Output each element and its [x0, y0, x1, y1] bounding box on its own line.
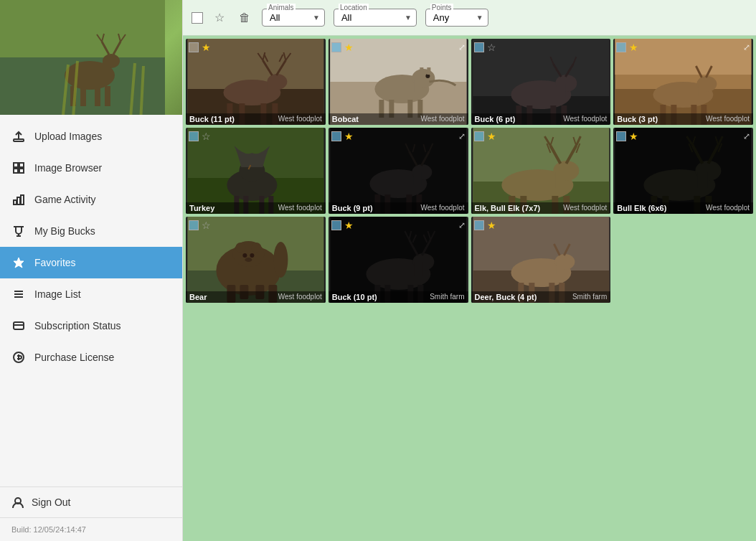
svg-rect-63: [427, 67, 430, 75]
card-overlay: ★: [186, 39, 326, 56]
svg-rect-60: [414, 80, 422, 92]
expand-icon[interactable]: ⤢: [458, 220, 466, 230]
points-filter-select[interactable]: Any 3+ 6+ 8+ 10+: [430, 11, 473, 24]
card-star[interactable]: ★: [344, 42, 354, 53]
svg-rect-183: [556, 262, 564, 274]
card-checkbox[interactable]: [616, 42, 626, 52]
card-star[interactable]: ★: [202, 42, 211, 53]
image-card[interactable]: ☆ Bear West foodplot: [186, 217, 326, 303]
card-location: West foodplot: [563, 115, 607, 123]
star-toolbar-button[interactable]: ☆: [212, 9, 227, 26]
sidebar-item-purchase-license-label: Purchase License: [34, 352, 114, 363]
card-location: West foodplot: [563, 204, 607, 212]
animals-filter: Animals All Buck Doe Bear Turkey Bobcat …: [262, 9, 325, 27]
card-footer: Buck (6 pt) West foodplot: [471, 113, 611, 125]
card-checkbox[interactable]: [474, 220, 484, 230]
svg-rect-25: [17, 197, 20, 204]
sidebar-item-upload-images[interactable]: Upload Images: [0, 121, 182, 152]
card-location: Smith farm: [572, 293, 607, 301]
card-icon: [11, 319, 26, 333]
card-checkbox[interactable]: [616, 131, 626, 141]
sidebar-item-purchase-license[interactable]: Purchase License: [0, 342, 182, 373]
image-card[interactable]: ★ Deer, Buck (4 pt) Smith farm: [471, 217, 611, 303]
image-card[interactable]: ☆ Buck (6 pt) West foodplot: [471, 39, 611, 125]
expand-icon[interactable]: ⤢: [743, 42, 750, 52]
svg-point-156: [250, 253, 254, 258]
expand-icon[interactable]: ⤢: [458, 131, 466, 141]
card-star[interactable]: ★: [629, 131, 638, 142]
delete-toolbar-button[interactable]: 🗑: [236, 10, 253, 26]
sidebar-item-image-browser-label: Image Browser: [34, 162, 102, 174]
card-checkbox[interactable]: [331, 131, 341, 141]
sidebar-item-subscription-status[interactable]: Subscription Status: [0, 310, 182, 342]
card-overlay: ☆: [186, 217, 326, 234]
card-overlay: ★ ⤢: [329, 39, 468, 56]
location-filter-select[interactable]: All West foodplot Smith farm North stand: [339, 11, 402, 24]
animals-filter-select[interactable]: All Buck Doe Bear Turkey Bobcat Elk: [267, 11, 310, 24]
svg-rect-19: [14, 139, 24, 141]
card-star[interactable]: ★: [344, 220, 354, 231]
card-animal-name: Buck (10 pt): [332, 293, 377, 301]
card-star[interactable]: ★: [487, 220, 496, 231]
card-location: West foodplot: [421, 115, 465, 123]
card-star[interactable]: ★: [629, 42, 638, 53]
points-filter: Points Any 3+ 6+ 8+ 10+ ▼: [425, 9, 488, 27]
card-checkbox[interactable]: [331, 220, 341, 230]
image-card[interactable]: ★ ⤢ Buck (9 pt) West foodplot: [329, 128, 468, 214]
card-checkbox[interactable]: [474, 42, 484, 52]
sidebar-item-image-browser[interactable]: Image Browser: [0, 152, 182, 184]
card-overlay: ★ ⤢: [329, 217, 468, 234]
svg-rect-26: [21, 195, 24, 204]
svg-rect-20: [14, 163, 18, 167]
image-card[interactable]: ★ ⤢ Bull Elk (6x6) West foodplot: [613, 128, 753, 214]
card-footer: Buck (3 pt) West foodplot: [613, 113, 753, 125]
svg-rect-105: [413, 172, 421, 185]
expand-icon[interactable]: ⤢: [458, 42, 466, 52]
card-overlay: ★: [471, 128, 611, 145]
svg-rect-24: [14, 200, 16, 204]
card-checkbox[interactable]: [474, 131, 484, 141]
sidebar-item-game-activity[interactable]: Game Activity: [0, 184, 182, 215]
dollar-icon: [11, 350, 26, 364]
image-card[interactable]: ☆ Turkey West foodplot: [186, 128, 326, 214]
card-star[interactable]: ★: [344, 131, 354, 142]
sidebar-item-my-big-bucks[interactable]: My Big Bucks: [0, 215, 182, 247]
card-checkbox[interactable]: [189, 42, 199, 52]
card-star[interactable]: ★: [487, 131, 496, 142]
card-animal-name: Elk, Bull Elk (7x7): [475, 204, 541, 212]
card-location: West foodplot: [421, 204, 465, 212]
sidebar-item-game-activity-label: Game Activity: [34, 194, 96, 205]
expand-icon[interactable]: ⤢: [743, 131, 750, 141]
card-star[interactable]: ☆: [202, 220, 211, 231]
svg-rect-21: [19, 163, 24, 167]
card-checkbox[interactable]: [189, 220, 199, 230]
card-footer: Bull Elk (6x6) West foodplot: [613, 202, 753, 214]
card-overlay: ★ ⤢: [613, 128, 753, 145]
star-icon: [11, 255, 26, 270]
image-card[interactable]: ★ ⤢ Bobcat West foodplot: [329, 39, 468, 125]
card-animal-name: Buck (11 pt): [189, 115, 235, 123]
svg-rect-72: [557, 84, 565, 97]
select-all-checkbox[interactable]: [192, 12, 203, 24]
card-checkbox[interactable]: [189, 131, 199, 141]
sidebar-item-image-list[interactable]: Image List: [0, 278, 182, 310]
card-checkbox[interactable]: [331, 42, 341, 52]
location-filter-label: Location: [339, 4, 369, 11]
card-animal-name: Bear: [189, 293, 207, 301]
image-card[interactable]: ★ Elk, Bull Elk (7x7) West foodplot: [471, 128, 611, 214]
card-location: West foodplot: [278, 204, 322, 212]
location-filter-arrow: ▼: [405, 14, 412, 22]
sidebar-item-favorites[interactable]: Favorites: [0, 247, 182, 278]
card-overlay: ☆: [471, 39, 611, 56]
bar-chart-icon: [11, 192, 26, 207]
card-footer: Buck (9 pt) West foodplot: [329, 202, 468, 214]
card-star[interactable]: ☆: [202, 131, 211, 142]
image-card[interactable]: ★ ⤢ Buck (10 pt) Smith farm: [329, 217, 468, 303]
image-card[interactable]: ★ ⤢ Buck (3 pt) West foodplot: [613, 39, 753, 125]
sign-out-button[interactable]: Sign Out: [0, 486, 182, 517]
image-card[interactable]: ★ Buck (11 pt) West foodplot: [186, 39, 326, 125]
card-animal-name: Bull Elk (6x6): [617, 204, 666, 212]
svg-point-155: [242, 253, 247, 258]
image-grid: ★ Buck (11 pt) West foodplot ★ ⤢ Bobcat …: [183, 36, 756, 541]
card-star[interactable]: ☆: [487, 42, 496, 53]
